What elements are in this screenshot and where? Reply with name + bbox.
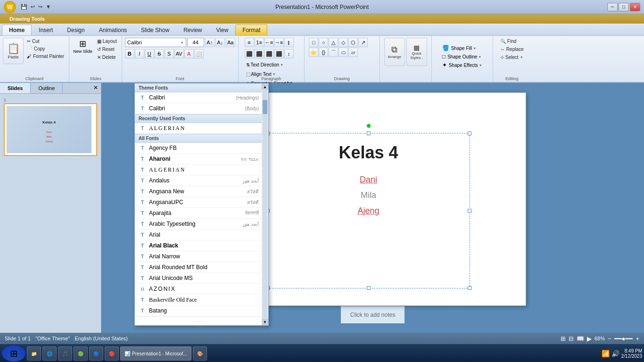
bullets-button[interactable]: ≡ (245, 38, 254, 47)
shape-1[interactable]: □ (309, 38, 318, 47)
decrease-indent-button[interactable]: ←≡ (264, 38, 274, 47)
handle-bottom-right[interactable] (468, 286, 471, 290)
taskbar-media[interactable]: 🎵 (58, 346, 72, 361)
columns-button[interactable]: ⫿ (284, 38, 294, 47)
font-arial-narrow[interactable]: T Arial Narrow (135, 251, 263, 262)
tab-review[interactable]: Review (176, 25, 209, 35)
shape-3[interactable]: △ (329, 38, 338, 47)
volume-icon[interactable]: 🔊 (611, 350, 619, 357)
network-icon[interactable]: 📶 (602, 350, 610, 357)
close-button[interactable]: ✕ (630, 3, 640, 11)
shadow-button[interactable]: S (165, 49, 174, 58)
taskbar-powerpoint[interactable]: 📊 Presentation1 - Microsof... (120, 346, 191, 361)
slideshow-btn[interactable]: ▶ (587, 335, 592, 342)
tab-format[interactable]: Format (235, 25, 267, 35)
handle-middle-right[interactable] (468, 209, 471, 213)
start-button[interactable]: ⊞ (2, 346, 25, 362)
font-algerian-recent[interactable]: T ALGERIAN (135, 123, 263, 134)
shape-11[interactable]: ▱ (348, 48, 358, 57)
replace-button[interactable]: ↔ Replace (498, 46, 526, 53)
taskbar-paint[interactable]: 🎨 (193, 346, 207, 361)
numbering-button[interactable]: 1≡ (255, 38, 264, 47)
slide-thumbnail-1[interactable]: Kelas 4 Dani Mila Ajeng (4, 103, 97, 156)
font-color-button[interactable]: A (184, 49, 194, 58)
cut-button[interactable]: ✂ Cut (25, 38, 66, 45)
handle-top-right[interactable] (468, 132, 471, 135)
tab-insert[interactable]: Insert (32, 25, 60, 35)
scroll-down-button[interactable]: ▼ (262, 319, 268, 325)
text-box[interactable]: Kelas 4 Dani Mila Ajeng (267, 133, 470, 288)
shape-5[interactable]: ⬡ (348, 38, 358, 47)
line-spacing-button[interactable]: ↕ (284, 49, 294, 58)
tab-home[interactable]: Home (2, 25, 32, 35)
shape-outline-button[interactable]: □ Shape Outline ▼ (441, 53, 483, 60)
delete-button[interactable]: ✕ Delete (95, 54, 119, 61)
shape-9[interactable]: ⌒ (329, 48, 338, 57)
paste-button[interactable]: 📋 Paste (3, 38, 24, 64)
align-center-button[interactable]: ⬛ (255, 49, 264, 58)
handle-top-middle[interactable] (367, 132, 371, 135)
shape-7[interactable]: ⭐ (309, 48, 318, 57)
font-batang[interactable]: T Batang (135, 305, 263, 316)
font-family-selector[interactable]: Calibri ▼ (125, 38, 186, 47)
font-andalus[interactable]: T Andalus أبجد هوز (135, 175, 263, 186)
rotation-handle[interactable] (367, 124, 371, 128)
highlight-button[interactable]: ⬜ (194, 49, 204, 58)
slides-panel-close[interactable]: ✕ (91, 83, 101, 93)
text-direction-button[interactable]: ⇅ Text Direction ▼ (245, 60, 298, 69)
align-right-button[interactable]: ⬛ (264, 49, 274, 58)
shape-8[interactable]: {} (319, 48, 328, 57)
font-calibri-body[interactable]: T Calibri (Body) (135, 103, 263, 114)
scroll-up-button[interactable]: ▲ (262, 83, 268, 90)
new-slide-button[interactable]: ⊞ New Slide (72, 38, 93, 55)
slide-sorter-btn[interactable]: ⊟ (569, 335, 574, 342)
strikethrough-button[interactable]: S (155, 49, 164, 58)
font-aharoni[interactable]: T Aharoni אבגד הוז (135, 154, 263, 165)
font-calibri-heading[interactable]: T Calibri (Headings) (135, 92, 263, 103)
tab-design[interactable]: Design (60, 25, 91, 35)
underline-button[interactable]: U (145, 49, 154, 58)
redo-qa-btn[interactable]: ↪ (37, 3, 43, 11)
taskbar-chrome1[interactable]: 🔵 (89, 346, 103, 361)
notes-area[interactable]: Click to add notes (341, 306, 405, 323)
scroll-thumb[interactable] (263, 100, 267, 114)
shape-effects-button[interactable]: ✦ Shape Effects ▼ (441, 61, 483, 69)
arrange-button[interactable]: ⧉ Arrange (384, 38, 405, 66)
font-arial-unicode[interactable]: T Arial Unicode MS (135, 273, 263, 284)
bold-button[interactable]: B (125, 49, 134, 58)
tab-outline[interactable]: Outline (31, 83, 63, 93)
shape-10[interactable]: ⬭ (339, 48, 348, 57)
tab-slides[interactable]: Slides (0, 83, 31, 93)
justify-button[interactable]: ⬛ (274, 49, 284, 58)
restore-button[interactable]: □ (619, 3, 629, 11)
taskbar-app1[interactable]: 🟢 (74, 346, 88, 361)
reset-button[interactable]: ↺ Reset (95, 46, 119, 53)
font-azonix[interactable]: O AZONIX (135, 284, 263, 295)
increase-size-button[interactable]: A↑ (205, 38, 215, 47)
shape-2[interactable]: ○ (319, 38, 328, 47)
font-angsana-upc[interactable]: T AngsanaUPC สวัสดี (135, 197, 263, 208)
tab-slideshow[interactable]: Slide Show (134, 25, 176, 35)
zoom-out-btn[interactable]: − (608, 335, 611, 342)
taskbar-chrome2[interactable]: 🔴 (105, 346, 119, 361)
shape-4[interactable]: ◇ (339, 38, 348, 47)
font-arabic-typesetting[interactable]: T Arabic Typesetting أبجد هوز (135, 219, 263, 230)
increase-indent-button[interactable]: →≡ (274, 38, 284, 47)
tab-animations[interactable]: Animations (92, 25, 134, 35)
normal-view-btn[interactable]: ⊞ (561, 335, 566, 342)
font-algerian-all[interactable]: T ALGERIAN (135, 165, 263, 175)
taskbar-explorer[interactable]: 📁 (27, 346, 41, 361)
font-dropdown[interactable]: Theme Fonts T Calibri (Headings) T Calib… (134, 83, 269, 326)
reading-view-btn[interactable]: 📖 (577, 335, 584, 342)
format-painter-button[interactable]: 🖌 Format Painter (25, 53, 66, 60)
spacing-button[interactable]: AV (174, 49, 184, 58)
save-qa-btn[interactable]: 💾 (20, 3, 28, 11)
zoom-in-btn[interactable]: + (636, 335, 639, 342)
decrease-size-button[interactable]: A↓ (215, 38, 225, 47)
undo-qa-btn[interactable]: ↩ (30, 3, 36, 11)
copy-button[interactable]: 📄 Copy (25, 45, 66, 52)
font-size-selector[interactable]: 44 (187, 38, 204, 47)
font-aparajita[interactable]: T Aparajita देवनागरी (135, 208, 263, 219)
taskbar-edge[interactable]: 🌐 (42, 346, 57, 361)
layout-button[interactable]: ▦ Layout (95, 38, 119, 45)
